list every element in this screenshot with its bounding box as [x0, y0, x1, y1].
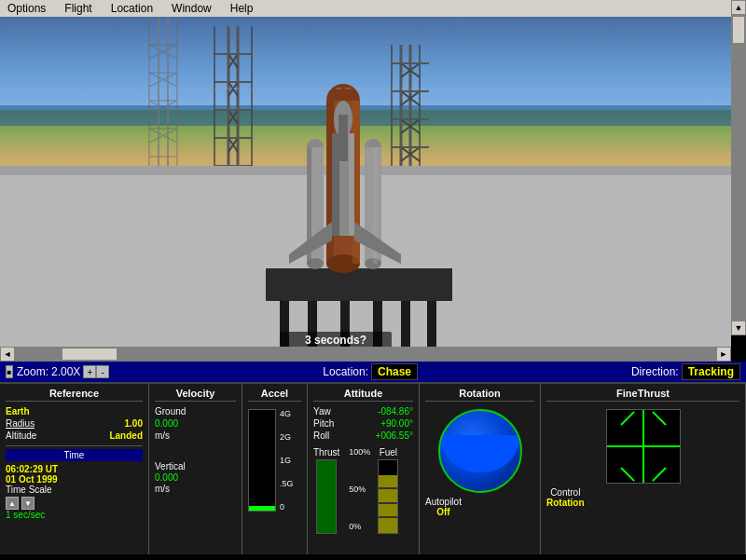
fuel-bar	[378, 459, 398, 534]
roll-label: Roll	[313, 430, 329, 441]
vertical-label: Vertical	[155, 461, 186, 471]
yaw-value: -084.86°	[378, 406, 413, 417]
autopilot-group: Autopilot Off	[425, 497, 462, 517]
timescale-value: 1 sec/sec	[6, 510, 143, 520]
minimize-btn[interactable]: ■	[6, 365, 13, 378]
ground-bg	[0, 110, 731, 347]
time-title: Time	[6, 449, 143, 461]
menu-bar: Options Flight Location Window Help	[0, 0, 746, 17]
thrust-label: Thrust	[313, 447, 339, 458]
ground-label: Ground	[155, 406, 186, 417]
pitch-value: +90.00°	[380, 418, 413, 429]
ball-horizon	[440, 435, 520, 472]
finethrust-display	[606, 409, 681, 484]
autopilot-label: Autopilot	[425, 497, 462, 507]
scroll-down-btn[interactable]: ▼	[731, 321, 746, 335]
time-section: Time 06:02:29 UT 01 Oct 1999 Time Scale …	[6, 445, 143, 520]
velocity-title: Velocity	[155, 388, 236, 402]
ft-tick-topleft	[620, 411, 635, 426]
location-label: Location:	[323, 365, 368, 378]
radius-value: 1.00	[125, 418, 143, 429]
accel-2g: 2G	[280, 432, 294, 442]
timescale-down-btn[interactable]: ▼	[21, 497, 35, 510]
date-value: 01 Oct 1999	[6, 474, 143, 485]
control-group-container: Control Rotation	[546, 487, 739, 508]
thrust-100: 100%	[349, 447, 370, 457]
finethrust-title: FineThrust	[546, 388, 739, 402]
accel-4g: 4G	[280, 409, 294, 418]
scroll-thumb[interactable]	[732, 16, 745, 44]
roll-value: +006.55°	[376, 430, 413, 441]
time-value: 06:02:29 UT	[6, 464, 143, 474]
accel-title: Accel	[248, 388, 301, 402]
fuel-label: Fuel	[380, 447, 397, 458]
scroll-left-btn[interactable]: ◄	[0, 347, 15, 362]
zoom-value: 2.00X	[51, 365, 80, 378]
accel-meter	[248, 409, 276, 512]
scroll-track	[731, 15, 746, 321]
reference-title: Reference	[6, 388, 143, 402]
ft-tick-topright	[652, 411, 667, 426]
thrust-0: 0%	[349, 522, 361, 531]
thrust-bar	[316, 459, 337, 534]
altitude-value: Landed	[109, 430, 143, 441]
direction-label: Direction:	[631, 365, 679, 378]
zoom-minus-btn[interactable]: -	[96, 365, 109, 378]
rotation-status: Autopilot Off	[425, 497, 534, 517]
menu-options[interactable]: Options	[4, 2, 49, 15]
location-value[interactable]: Chase	[371, 363, 418, 380]
scroll-right-btn[interactable]: ►	[716, 347, 731, 362]
menu-flight[interactable]: Flight	[61, 2, 95, 15]
thrust-fill	[317, 460, 336, 533]
toolbar: ■ Zoom: 2.00X + - Location: Chase Direct…	[0, 362, 746, 382]
timescale-label: Time Scale	[6, 485, 143, 495]
autopilot-value: Off	[436, 507, 449, 517]
h-scroll-thumb[interactable]	[62, 348, 117, 361]
attitude-section: Attitude Yaw -084.86° Pitch +90.00° Roll…	[308, 384, 420, 554]
ms-label2: m/s	[155, 484, 170, 494]
attitude-title: Attitude	[313, 388, 413, 402]
direction-value[interactable]: Tracking	[682, 363, 740, 380]
zoom-label: Zoom:	[17, 365, 48, 378]
ms-label1: m/s	[155, 430, 170, 441]
accel-1g: 1G	[280, 456, 294, 465]
scroll-up-btn[interactable]: ▲	[731, 0, 746, 15]
menu-window[interactable]: Window	[168, 2, 215, 15]
pitch-label: Pitch	[313, 418, 334, 429]
accel-0: 0	[280, 502, 294, 512]
accel-05g: .5G	[280, 479, 294, 488]
finethrust-section: FineThrust Control Rotation	[541, 384, 746, 554]
accel-fill	[249, 506, 275, 511]
h-scrollbar[interactable]: ◄ ►	[0, 347, 731, 362]
rotation-title: Rotation	[425, 388, 534, 402]
velocity-section: Velocity Ground 0.000 m/s Vertical 0.000…	[149, 384, 242, 554]
fuel-seg4	[379, 516, 397, 518]
timescale-up-btn[interactable]: ▲	[6, 497, 19, 510]
rotation-section: Rotation Autopilot Off	[420, 384, 541, 554]
menu-location[interactable]: Location	[107, 2, 157, 15]
timescale-controls: ▲ ▼	[6, 497, 143, 510]
v-scrollbar[interactable]: ▲ ▼	[731, 0, 746, 335]
ft-tick-bottomleft	[620, 467, 635, 482]
radius-label: Radius	[6, 418, 35, 429]
fuel-seg2	[379, 487, 397, 489]
zoom-plus-btn[interactable]: +	[83, 365, 96, 378]
instrument-panel: Reference Earth Radius 1.00 Altitude Lan…	[0, 382, 746, 554]
menu-help[interactable]: Help	[227, 2, 257, 15]
ft-tick-bottomright	[652, 467, 667, 482]
rotation-ball-container	[425, 409, 534, 493]
reference-section: Reference Earth Radius 1.00 Altitude Lan…	[0, 384, 149, 554]
fuel-seg3	[379, 502, 397, 504]
control-label: Control	[550, 487, 580, 498]
vertical-value: 0.000	[155, 472, 178, 483]
ft-vertical-line	[642, 410, 644, 483]
fuel-seg1	[379, 473, 397, 475]
earth-label: Earth	[6, 406, 30, 417]
accel-section: Accel 4G 2G 1G .5G 0	[242, 384, 308, 554]
yaw-label: Yaw	[313, 406, 331, 417]
thrust-50: 50%	[349, 485, 366, 494]
control-group: Control Rotation	[546, 487, 585, 508]
control-value: Rotation	[546, 498, 585, 508]
altitude-label: Altitude	[6, 430, 36, 441]
ground-value: 0.000	[155, 418, 178, 429]
